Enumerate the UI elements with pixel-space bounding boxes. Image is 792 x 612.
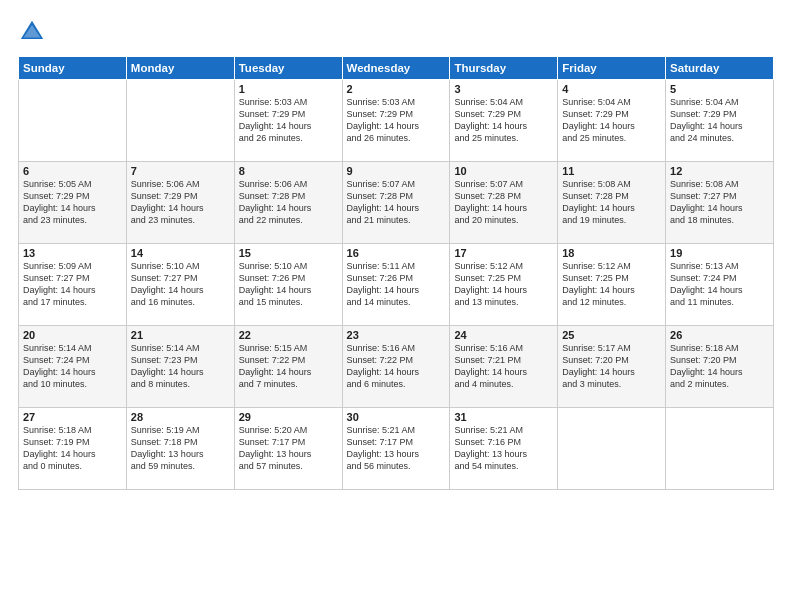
calendar-header-tuesday: Tuesday — [234, 57, 342, 80]
calendar-row-2: 6Sunrise: 5:05 AM Sunset: 7:29 PM Daylig… — [19, 162, 774, 244]
calendar-row-1: 1Sunrise: 5:03 AM Sunset: 7:29 PM Daylig… — [19, 80, 774, 162]
day-info: Sunrise: 5:21 AM Sunset: 7:16 PM Dayligh… — [454, 425, 527, 471]
day-info: Sunrise: 5:16 AM Sunset: 7:22 PM Dayligh… — [347, 343, 420, 389]
calendar-header-saturday: Saturday — [666, 57, 774, 80]
header — [18, 18, 774, 46]
calendar-table: SundayMondayTuesdayWednesdayThursdayFrid… — [18, 56, 774, 490]
day-info: Sunrise: 5:12 AM Sunset: 7:25 PM Dayligh… — [562, 261, 635, 307]
day-number: 21 — [131, 329, 230, 341]
day-info: Sunrise: 5:14 AM Sunset: 7:24 PM Dayligh… — [23, 343, 96, 389]
day-info: Sunrise: 5:21 AM Sunset: 7:17 PM Dayligh… — [347, 425, 420, 471]
calendar-cell: 8Sunrise: 5:06 AM Sunset: 7:28 PM Daylig… — [234, 162, 342, 244]
day-info: Sunrise: 5:19 AM Sunset: 7:18 PM Dayligh… — [131, 425, 204, 471]
day-number: 2 — [347, 83, 446, 95]
calendar-header-wednesday: Wednesday — [342, 57, 450, 80]
day-info: Sunrise: 5:09 AM Sunset: 7:27 PM Dayligh… — [23, 261, 96, 307]
calendar-cell: 7Sunrise: 5:06 AM Sunset: 7:29 PM Daylig… — [126, 162, 234, 244]
day-info: Sunrise: 5:07 AM Sunset: 7:28 PM Dayligh… — [347, 179, 420, 225]
day-number: 16 — [347, 247, 446, 259]
day-number: 7 — [131, 165, 230, 177]
logo — [18, 18, 50, 46]
day-number: 29 — [239, 411, 338, 423]
calendar-cell: 14Sunrise: 5:10 AM Sunset: 7:27 PM Dayli… — [126, 244, 234, 326]
day-info: Sunrise: 5:11 AM Sunset: 7:26 PM Dayligh… — [347, 261, 420, 307]
day-number: 31 — [454, 411, 553, 423]
calendar-cell: 2Sunrise: 5:03 AM Sunset: 7:29 PM Daylig… — [342, 80, 450, 162]
day-number: 5 — [670, 83, 769, 95]
day-number: 3 — [454, 83, 553, 95]
calendar-cell — [126, 80, 234, 162]
day-number: 30 — [347, 411, 446, 423]
day-info: Sunrise: 5:03 AM Sunset: 7:29 PM Dayligh… — [347, 97, 420, 143]
calendar-cell: 27Sunrise: 5:18 AM Sunset: 7:19 PM Dayli… — [19, 408, 127, 490]
day-info: Sunrise: 5:03 AM Sunset: 7:29 PM Dayligh… — [239, 97, 312, 143]
calendar-cell: 31Sunrise: 5:21 AM Sunset: 7:16 PM Dayli… — [450, 408, 558, 490]
calendar-cell: 12Sunrise: 5:08 AM Sunset: 7:27 PM Dayli… — [666, 162, 774, 244]
day-number: 1 — [239, 83, 338, 95]
day-number: 8 — [239, 165, 338, 177]
calendar-row-5: 27Sunrise: 5:18 AM Sunset: 7:19 PM Dayli… — [19, 408, 774, 490]
calendar-cell: 23Sunrise: 5:16 AM Sunset: 7:22 PM Dayli… — [342, 326, 450, 408]
day-number: 20 — [23, 329, 122, 341]
day-number: 10 — [454, 165, 553, 177]
day-info: Sunrise: 5:08 AM Sunset: 7:28 PM Dayligh… — [562, 179, 635, 225]
calendar-cell: 1Sunrise: 5:03 AM Sunset: 7:29 PM Daylig… — [234, 80, 342, 162]
day-info: Sunrise: 5:05 AM Sunset: 7:29 PM Dayligh… — [23, 179, 96, 225]
calendar-cell: 19Sunrise: 5:13 AM Sunset: 7:24 PM Dayli… — [666, 244, 774, 326]
calendar-cell: 28Sunrise: 5:19 AM Sunset: 7:18 PM Dayli… — [126, 408, 234, 490]
calendar-header-thursday: Thursday — [450, 57, 558, 80]
day-number: 22 — [239, 329, 338, 341]
day-info: Sunrise: 5:07 AM Sunset: 7:28 PM Dayligh… — [454, 179, 527, 225]
day-info: Sunrise: 5:13 AM Sunset: 7:24 PM Dayligh… — [670, 261, 743, 307]
calendar-cell: 18Sunrise: 5:12 AM Sunset: 7:25 PM Dayli… — [558, 244, 666, 326]
calendar-header-friday: Friday — [558, 57, 666, 80]
calendar-cell: 6Sunrise: 5:05 AM Sunset: 7:29 PM Daylig… — [19, 162, 127, 244]
day-info: Sunrise: 5:15 AM Sunset: 7:22 PM Dayligh… — [239, 343, 312, 389]
day-info: Sunrise: 5:08 AM Sunset: 7:27 PM Dayligh… — [670, 179, 743, 225]
day-info: Sunrise: 5:12 AM Sunset: 7:25 PM Dayligh… — [454, 261, 527, 307]
day-info: Sunrise: 5:04 AM Sunset: 7:29 PM Dayligh… — [670, 97, 743, 143]
day-number: 19 — [670, 247, 769, 259]
day-info: Sunrise: 5:20 AM Sunset: 7:17 PM Dayligh… — [239, 425, 312, 471]
day-number: 17 — [454, 247, 553, 259]
logo-icon — [18, 18, 46, 46]
day-info: Sunrise: 5:04 AM Sunset: 7:29 PM Dayligh… — [562, 97, 635, 143]
calendar-cell — [19, 80, 127, 162]
calendar-cell: 20Sunrise: 5:14 AM Sunset: 7:24 PM Dayli… — [19, 326, 127, 408]
day-info: Sunrise: 5:06 AM Sunset: 7:29 PM Dayligh… — [131, 179, 204, 225]
day-info: Sunrise: 5:04 AM Sunset: 7:29 PM Dayligh… — [454, 97, 527, 143]
calendar-row-3: 13Sunrise: 5:09 AM Sunset: 7:27 PM Dayli… — [19, 244, 774, 326]
calendar-cell: 16Sunrise: 5:11 AM Sunset: 7:26 PM Dayli… — [342, 244, 450, 326]
calendar-cell: 25Sunrise: 5:17 AM Sunset: 7:20 PM Dayli… — [558, 326, 666, 408]
day-number: 18 — [562, 247, 661, 259]
day-number: 24 — [454, 329, 553, 341]
calendar-cell: 26Sunrise: 5:18 AM Sunset: 7:20 PM Dayli… — [666, 326, 774, 408]
day-number: 27 — [23, 411, 122, 423]
day-info: Sunrise: 5:06 AM Sunset: 7:28 PM Dayligh… — [239, 179, 312, 225]
day-number: 15 — [239, 247, 338, 259]
calendar-cell: 9Sunrise: 5:07 AM Sunset: 7:28 PM Daylig… — [342, 162, 450, 244]
day-number: 6 — [23, 165, 122, 177]
day-info: Sunrise: 5:10 AM Sunset: 7:26 PM Dayligh… — [239, 261, 312, 307]
day-info: Sunrise: 5:10 AM Sunset: 7:27 PM Dayligh… — [131, 261, 204, 307]
calendar-cell: 24Sunrise: 5:16 AM Sunset: 7:21 PM Dayli… — [450, 326, 558, 408]
calendar-cell: 15Sunrise: 5:10 AM Sunset: 7:26 PM Dayli… — [234, 244, 342, 326]
day-info: Sunrise: 5:14 AM Sunset: 7:23 PM Dayligh… — [131, 343, 204, 389]
calendar-cell: 3Sunrise: 5:04 AM Sunset: 7:29 PM Daylig… — [450, 80, 558, 162]
calendar-cell — [558, 408, 666, 490]
day-number: 4 — [562, 83, 661, 95]
calendar-cell: 11Sunrise: 5:08 AM Sunset: 7:28 PM Dayli… — [558, 162, 666, 244]
calendar-cell: 5Sunrise: 5:04 AM Sunset: 7:29 PM Daylig… — [666, 80, 774, 162]
calendar-cell: 30Sunrise: 5:21 AM Sunset: 7:17 PM Dayli… — [342, 408, 450, 490]
calendar-cell: 21Sunrise: 5:14 AM Sunset: 7:23 PM Dayli… — [126, 326, 234, 408]
day-number: 26 — [670, 329, 769, 341]
calendar-row-4: 20Sunrise: 5:14 AM Sunset: 7:24 PM Dayli… — [19, 326, 774, 408]
calendar-header-sunday: Sunday — [19, 57, 127, 80]
calendar-header-row: SundayMondayTuesdayWednesdayThursdayFrid… — [19, 57, 774, 80]
calendar-cell: 10Sunrise: 5:07 AM Sunset: 7:28 PM Dayli… — [450, 162, 558, 244]
day-number: 14 — [131, 247, 230, 259]
calendar-cell: 29Sunrise: 5:20 AM Sunset: 7:17 PM Dayli… — [234, 408, 342, 490]
day-number: 25 — [562, 329, 661, 341]
day-info: Sunrise: 5:18 AM Sunset: 7:19 PM Dayligh… — [23, 425, 96, 471]
calendar-cell: 17Sunrise: 5:12 AM Sunset: 7:25 PM Dayli… — [450, 244, 558, 326]
